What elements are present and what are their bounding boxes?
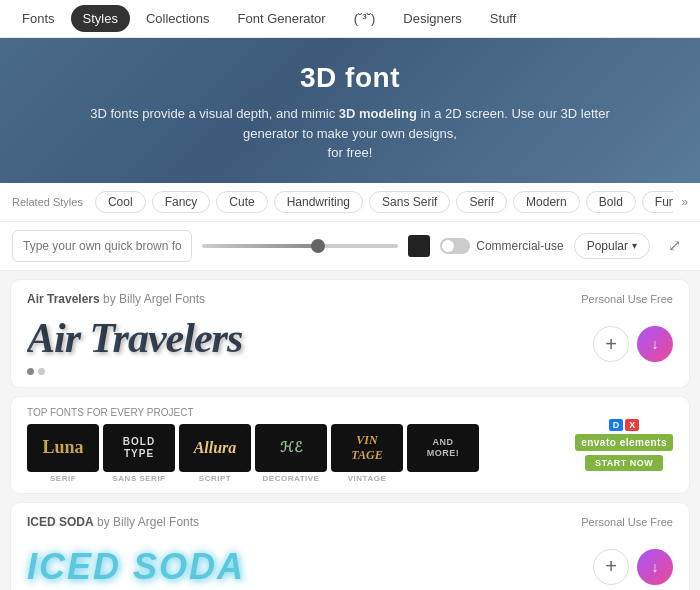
font-name-iced-soda: ICED SODA by Billy Argel Fonts — [27, 515, 199, 529]
font-card-iced-soda: ICED SODA by Billy Argel Fonts Personal … — [10, 502, 690, 591]
style-tag-handwriting[interactable]: Handwriting — [274, 191, 363, 213]
nav-fonts[interactable]: Fonts — [10, 5, 67, 32]
thumb-more[interactable]: ANDMORE! — [407, 424, 479, 483]
commercial-label: Commercial-use — [476, 239, 563, 253]
nav-designers[interactable]: Designers — [391, 5, 474, 32]
thumb-sans[interactable]: BOLDTYPE SANS SERIF — [103, 424, 175, 483]
style-tag-modern[interactable]: Modern — [513, 191, 580, 213]
ad-banner: TOP FONTS FOR EVERY PROJECT Luna SERIF B… — [10, 396, 690, 494]
nav-styles[interactable]: Styles — [71, 5, 130, 32]
thumb-script-text: Allura — [194, 438, 237, 457]
size-slider-wrap — [202, 244, 398, 248]
ad-content: TOP FONTS FOR EVERY PROJECT Luna SERIF B… — [27, 407, 561, 483]
thumb-vintage-img: VINTAGE — [331, 424, 403, 472]
font-name-air-travelers: Air Travelers by Billy Argel Fonts — [27, 292, 205, 306]
style-tag-fun[interactable]: Fun — [642, 191, 674, 213]
style-tags-list: Cool Fancy Cute Handwriting Sans Serif S… — [95, 191, 673, 213]
badge-blue: D — [609, 419, 624, 431]
thumb-serif[interactable]: Luna SERIF — [27, 424, 99, 483]
commercial-toggle[interactable] — [440, 238, 470, 254]
style-tag-bold[interactable]: Bold — [586, 191, 636, 213]
badge-red: X — [625, 419, 639, 431]
font-dots — [27, 368, 593, 375]
iced-soda-preview-text: ICED SODA — [27, 546, 593, 588]
style-tag-cute[interactable]: Cute — [216, 191, 267, 213]
thumb-serif-text: Luna — [42, 437, 83, 459]
font-card-body-air-travelers: Air Travelers + ↓ — [27, 314, 673, 375]
font-list: Air Travelers by Billy Argel Fonts Perso… — [0, 271, 700, 591]
share-icon[interactable]: ⤢ — [660, 232, 688, 260]
related-styles-bar: Related Styles Cool Fancy Cute Handwriti… — [0, 183, 700, 222]
font-thumbnails: Luna SERIF BOLDTYPE SANS SERIF Allura SC… — [27, 424, 561, 483]
thumb-sans-img: BOLDTYPE — [103, 424, 175, 472]
thumb-deco-label: DECORATIVE — [263, 474, 320, 483]
hero-title: 3D font — [20, 62, 680, 94]
hero-description: 3D fonts provide a visual depth, and mim… — [70, 104, 630, 163]
download-font-button-air-travelers[interactable]: ↓ — [637, 326, 673, 362]
font-actions-iced-soda: + ↓ — [593, 549, 673, 585]
font-card-header: Air Travelers by Billy Argel Fonts Perso… — [27, 292, 673, 306]
add-font-button-iced-soda[interactable]: + — [593, 549, 629, 585]
thumb-vintage-label: VINTAGE — [348, 474, 386, 483]
font-card-body-iced-soda: ICED SODA + ↓ — [27, 537, 673, 591]
download-font-button-iced-soda[interactable]: ↓ — [637, 549, 673, 585]
dot-active — [27, 368, 34, 375]
thumb-more-img: ANDMORE! — [407, 424, 479, 472]
envato-badge: D X — [609, 419, 640, 431]
style-tag-serif[interactable]: Serif — [456, 191, 507, 213]
thumb-vintage[interactable]: VINTAGE VINTAGE — [331, 424, 403, 483]
font-preview-air-travelers: Air Travelers — [27, 314, 593, 375]
add-font-button-air-travelers[interactable]: + — [593, 326, 629, 362]
font-card-air-travelers: Air Travelers by Billy Argel Fonts Perso… — [10, 279, 690, 388]
style-tag-fancy[interactable]: Fancy — [152, 191, 211, 213]
thumb-serif-img: Luna — [27, 424, 99, 472]
font-status-air-travelers: Personal Use Free — [581, 293, 673, 305]
thumb-vintage-text: VINTAGE — [351, 433, 382, 462]
related-styles-label: Related Styles — [12, 196, 83, 208]
search-input[interactable] — [12, 230, 192, 262]
thumb-serif-label: SERIF — [50, 474, 76, 483]
font-card-header-iced-soda: ICED SODA by Billy Argel Fonts Personal … — [27, 515, 673, 529]
thumb-more-text: ANDMORE! — [427, 437, 460, 459]
search-bar: Commercial-use Popular ⤢ — [0, 222, 700, 271]
size-slider[interactable] — [202, 244, 398, 248]
thumb-deco-img: ℋℰ — [255, 424, 327, 472]
color-swatch[interactable] — [408, 235, 430, 257]
thumb-script-label: SCRIPT — [199, 474, 231, 483]
thumb-sans-label: SANS SERIF — [112, 474, 165, 483]
font-status-iced-soda: Personal Use Free — [581, 516, 673, 528]
popular-dropdown[interactable]: Popular — [574, 233, 650, 259]
style-tag-cool[interactable]: Cool — [95, 191, 146, 213]
commercial-toggle-wrap: Commercial-use — [440, 238, 563, 254]
thumb-script-img: Allura — [179, 424, 251, 472]
envato-logo: envato elements — [575, 434, 673, 451]
font-preview-iced-soda: ICED SODA — [27, 546, 593, 588]
dot-inactive — [38, 368, 45, 375]
font-actions-air-travelers: + ↓ — [593, 326, 673, 362]
air-travelers-preview-text: Air Travelers — [27, 314, 593, 362]
thumb-sans-text: BOLDTYPE — [123, 436, 155, 460]
nav-font-generator[interactable]: Font Generator — [226, 5, 338, 32]
nav-emoji[interactable]: (˘³˘) — [342, 5, 388, 32]
nav-collections[interactable]: Collections — [134, 5, 222, 32]
style-tag-sans-serif[interactable]: Sans Serif — [369, 191, 450, 213]
main-nav: Fonts Styles Collections Font Generator … — [0, 0, 700, 38]
hero-section: 3D font 3D fonts provide a visual depth,… — [0, 38, 700, 183]
thumb-deco-text: ℋℰ — [280, 439, 302, 456]
nav-stuff[interactable]: Stuff — [478, 5, 529, 32]
thumb-script[interactable]: Allura SCRIPT — [179, 424, 251, 483]
ad-label: TOP FONTS FOR EVERY PROJECT — [27, 407, 561, 418]
related-styles-more[interactable]: » — [681, 195, 688, 209]
envato-start-button[interactable]: START NOW — [585, 455, 663, 471]
thumb-decorative[interactable]: ℋℰ DECORATIVE — [255, 424, 327, 483]
envato-box: D X envato elements START NOW — [575, 419, 673, 471]
